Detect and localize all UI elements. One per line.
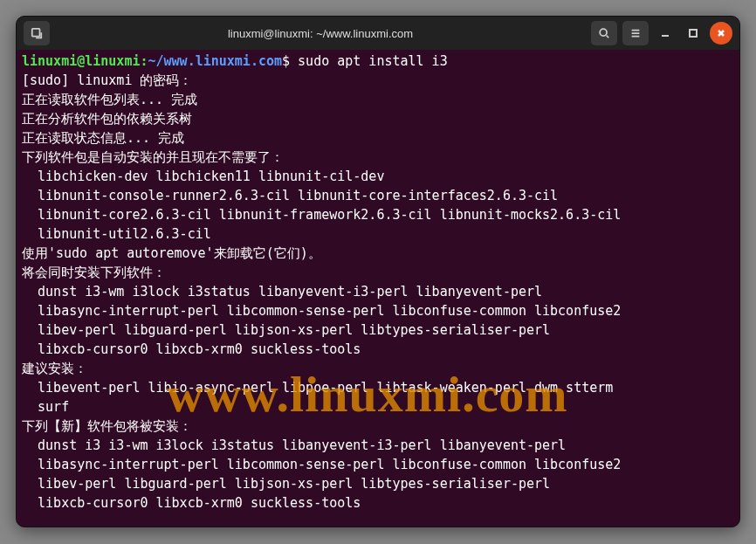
output-line: libnunit-core2.6.3-cil libnunit-framewor… — [22, 207, 621, 223]
output-line: 下列【新】软件包将被安装： — [22, 418, 192, 434]
svg-line-2 — [607, 36, 609, 38]
prompt-dollar: $ — [282, 53, 290, 69]
output-line: libxcb-cursor0 libxcb-xrm0 suckless-tool… — [22, 495, 361, 511]
output-line: surf — [22, 399, 69, 415]
svg-point-1 — [600, 29, 607, 36]
output-line: libev-perl libguard-perl libjson-xs-perl… — [22, 476, 550, 492]
output-line: 将会同时安装下列软件： — [22, 265, 166, 280]
maximize-button[interactable] — [682, 22, 704, 45]
output-line: libev-perl libguard-perl libjson-xs-perl… — [22, 322, 550, 338]
svg-rect-0 — [32, 29, 40, 37]
search-button[interactable] — [591, 21, 617, 45]
output-line: dunst i3-wm i3lock i3status libanyevent-… — [22, 284, 542, 300]
prompt-user-host: linuxmi@linuxmi — [22, 53, 140, 69]
menu-button[interactable] — [622, 21, 649, 45]
window-title: linuxmi@linuxmi: ~/www.linuxmi.com — [53, 27, 588, 40]
prompt-colon: : — [140, 53, 148, 69]
command-text: sudo apt install i3 — [290, 53, 448, 69]
output-line: libnunit-console-runner2.6.3-cil libnuni… — [22, 188, 558, 203]
output-line: libnunit-util2.6.3-cil — [22, 226, 211, 242]
output-line: 正在分析软件包的依赖关系树 — [22, 111, 192, 127]
output-line: dunst i3 i3-wm i3lock i3status libanyeve… — [22, 437, 566, 453]
minimize-button[interactable] — [654, 22, 677, 45]
new-tab-button[interactable] — [24, 21, 50, 45]
output-line: 正在读取状态信息... 完成 — [22, 130, 184, 146]
output-line: libasync-interrupt-perl libcommon-sense-… — [22, 457, 621, 472]
output-line: libasync-interrupt-perl libcommon-sense-… — [22, 303, 621, 319]
output-line: 建议安装： — [22, 361, 87, 376]
titlebar: linuxmi@linuxmi: ~/www.linuxmi.com — [17, 17, 739, 50]
output-line: 使用'sudo apt autoremove'来卸载它(它们)。 — [22, 245, 321, 261]
output-line: libxcb-cursor0 libxcb-xrm0 suckless-tool… — [22, 341, 361, 357]
svg-rect-7 — [690, 30, 697, 37]
terminal-window: linuxmi@linuxmi: ~/www.linuxmi.com linux… — [16, 16, 740, 527]
output-line: [sudo] linuxmi 的密码： — [22, 72, 192, 88]
close-button[interactable] — [710, 22, 732, 45]
output-line: libevent-perl libio-async-perl libpoe-pe… — [22, 380, 613, 396]
prompt-path: ~/www.linuxmi.com — [148, 53, 283, 69]
output-line: 正在读取软件包列表... 完成 — [22, 92, 197, 107]
terminal-content[interactable]: linuxmi@linuxmi:~/www.linuxmi.com$ sudo … — [17, 50, 739, 527]
output-line: libchicken-dev libchicken11 libnunit-cil… — [22, 169, 384, 184]
output-line: 下列软件包是自动安装的并且现在不需要了： — [22, 149, 284, 165]
